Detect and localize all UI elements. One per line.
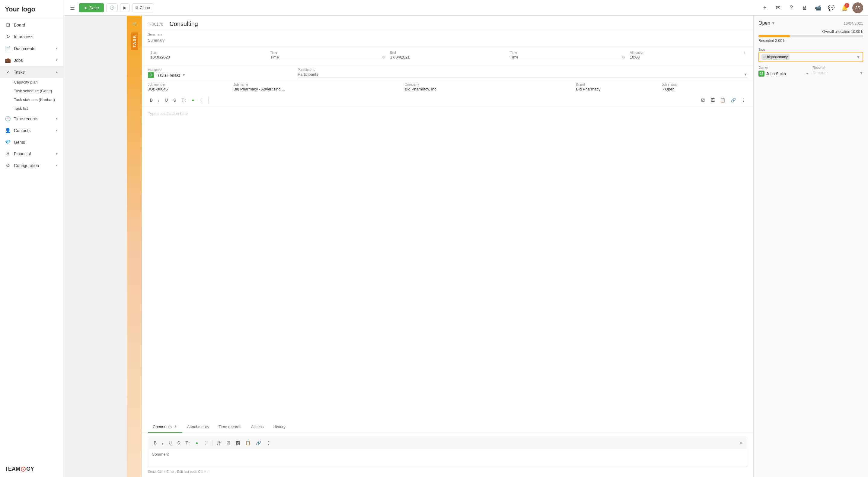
text-size-button[interactable]: T↕ [180,97,188,104]
sidebar-item-documents[interactable]: 📄 Documents ▼ [0,42,63,54]
sidebar-item-time-records[interactable]: 🕐 Time records ▼ [0,113,63,125]
comment-more2-button[interactable]: ⋮ [265,439,273,447]
task-header: T-00178 [142,16,753,30]
comment-input[interactable] [148,449,747,467]
sidebar-item-board[interactable]: ⊞ Board [0,19,63,31]
sidebar-item-gems[interactable]: 💎 Gems [0,136,63,148]
task-strip-icon: ≡ [132,21,136,28]
allocation-info-icon[interactable]: ℹ [743,50,745,55]
comment-mention-button[interactable]: @ [215,439,223,447]
job-number-value: JOB-00045 [148,87,234,91]
task-title-input[interactable] [169,21,747,28]
sidebar-item-configuration[interactable]: ⚙ Configuration ▼ [0,160,63,171]
comment-checkbox-button[interactable]: ☑ [224,439,232,447]
jobs-icon: 💼 [5,57,11,63]
comment-send-button[interactable]: ➤ [739,440,743,446]
comment-underline-button[interactable]: U [167,439,174,447]
sidebar-item-in-process[interactable]: ↻ In process [0,31,63,42]
teamogy-logo: TEAM GY [5,466,58,472]
sidebar-item-capacity-plan[interactable]: Capacity plan [14,78,63,87]
end-time-label: Time [510,50,625,54]
play-button[interactable]: ▶ [120,3,130,12]
tag-remove-icon[interactable]: × [763,55,766,59]
owner-select[interactable]: JS John Smith ▼ [758,71,809,77]
editor-area[interactable]: Type specification here [142,106,753,421]
job-status-label: Job status [661,82,747,86]
more2-button[interactable]: ⋮ [739,97,747,104]
summary-input[interactable] [148,37,747,44]
sidebar-item-financial[interactable]: $ Financial ▼ [0,148,63,160]
end-time-input[interactable] [510,55,621,59]
comment-strike-button[interactable]: S [175,439,182,447]
date-field-row: Start 10/06/2020 Time ⊙ End 17/04/2021 [148,49,747,62]
checkbox-button[interactable]: ☑ [699,97,707,104]
reporter-dropdown-icon[interactable]: ▼ [860,71,863,75]
tab-access[interactable]: Access [246,421,269,433]
email-button[interactable]: ✉ [773,2,783,13]
start-label: Start [150,50,265,54]
topbar-right: + ✉ ? 🖨 📹 💬 🔔 1 JS [760,2,863,13]
end-time-field: Time ⊙ [508,49,627,62]
tags-chevron-icon[interactable]: ▼ [856,55,860,59]
comment-bold-button[interactable]: B [152,439,158,447]
participants-input[interactable] [298,72,744,77]
job-name-field: Job name Big Pharmacy - Advertising ... [234,82,405,91]
sidebar-item-task-schedule[interactable]: Task schedule (Gantt) [14,87,63,95]
save-button[interactable]: ➤ Save [79,3,104,12]
sidebar-item-jobs[interactable]: 💼 Jobs ▼ [0,54,63,66]
start-time-input[interactable] [270,55,381,59]
financial-icon: $ [5,151,11,157]
sidebar-item-documents-label: Documents [14,46,35,51]
bold-button[interactable]: B [148,97,155,104]
job-name-label: Job name [234,82,405,86]
comment-color-button[interactable]: ● [194,439,200,447]
sidebar-item-tasks[interactable]: ✓ Tasks ▲ [0,66,63,78]
tab-history[interactable]: History [268,421,290,433]
tab-time-records[interactable]: Time records [214,421,246,433]
tab-comments-label: Comments [153,424,172,429]
more-button[interactable]: ⋮ [198,97,206,104]
owner-field: Owner JS John Smith ▼ [758,66,809,77]
user-avatar[interactable]: JS [852,2,863,13]
clock-button[interactable]: 🕐 [106,3,118,12]
owner-dropdown-icon[interactable]: ▼ [806,71,809,76]
help-button[interactable]: ? [786,2,797,13]
menu-button[interactable]: ☰ [68,3,77,13]
end-label: End [390,50,505,54]
link-button[interactable]: 🔗 [729,97,738,104]
video-button[interactable]: 📹 [812,2,823,13]
sidebar-item-task-statuses[interactable]: Task statuses (Kanban) [14,95,63,104]
summary-label: Summary [148,33,747,36]
comment-italic-button[interactable]: I [160,439,165,447]
add-button[interactable]: + [760,2,770,13]
print-button[interactable]: 🖨 [799,2,810,13]
chat-button[interactable]: 💬 [826,2,837,13]
time-clock-icon: ⊙ [382,55,385,59]
participants-dropdown-icon[interactable]: ▼ [744,72,747,77]
tab-attachments[interactable]: Attachments [182,421,214,433]
comment-image-button[interactable]: 🖼 [234,439,242,447]
notifications-button[interactable]: 🔔 1 [839,2,850,13]
clone-button[interactable]: ⧉ Clone [132,3,153,12]
italic-button[interactable]: I [156,97,161,104]
reporter-label: Reporter [813,66,864,69]
owner-avatar: JS [758,71,765,77]
comment-link-button[interactable]: 🔗 [254,439,263,447]
comment-more-button[interactable]: ⋮ [202,439,210,447]
add-icon: + [763,4,767,11]
image-button[interactable]: 🖼 [709,97,716,104]
underline-button[interactable]: U [163,97,169,104]
comment-text-size-button[interactable]: T↕ [184,439,192,447]
comment-file-button[interactable]: 📋 [244,439,252,447]
time-records-arrow-icon: ▼ [55,117,58,120]
tab-comments[interactable]: Comments 👁 [148,421,182,433]
color-button[interactable]: ● [190,97,196,104]
sidebar-item-contacts[interactable]: 👤 Contacts ▼ [0,125,63,136]
tags-section[interactable]: × bigpharmacy ▼ [758,52,863,62]
status-select[interactable]: Open ▼ [758,21,775,26]
strikethrough-button[interactable]: S [172,97,178,104]
file-button[interactable]: 📋 [718,97,727,104]
assignee-dropdown-icon[interactable]: ▼ [182,73,186,77]
tags-input[interactable] [791,55,855,59]
sidebar-item-task-list[interactable]: Task list [14,104,63,113]
